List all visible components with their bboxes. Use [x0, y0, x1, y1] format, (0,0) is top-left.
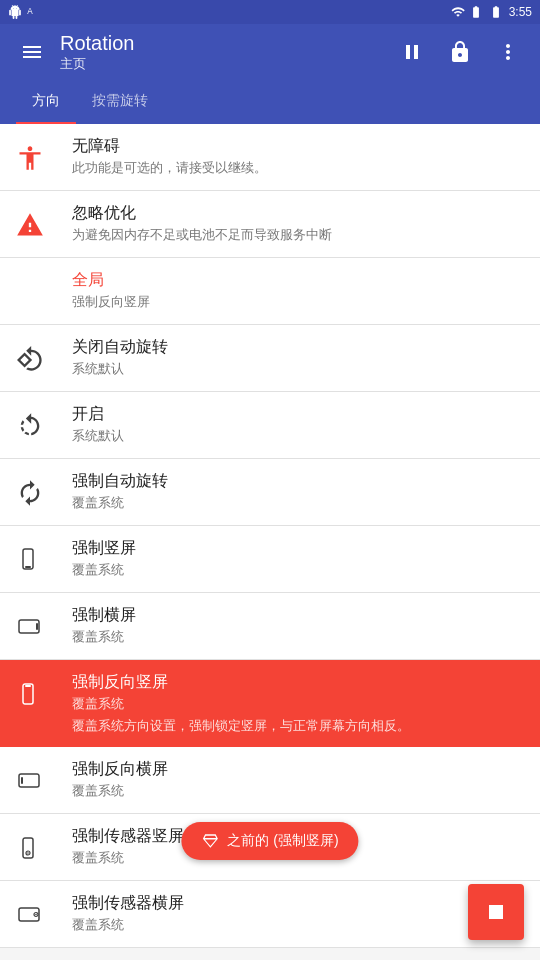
- list-item-force-portrait-title: 强制竖屏: [72, 538, 524, 559]
- reverse-portrait-icon: [16, 674, 56, 714]
- toast-button[interactable]: 之前的 (强制竖屏): [181, 822, 358, 860]
- sensor-portrait-icon: [16, 828, 56, 868]
- list-item-force-sensor-landscape-content: 强制传感器横屏 覆盖系统: [72, 893, 524, 934]
- lock-button[interactable]: [440, 32, 480, 72]
- list-item-enable-auto-rotate-subtitle: 系统默认: [72, 427, 524, 445]
- toolbar-actions: [392, 32, 528, 72]
- list-item-force-reverse-landscape-content: 强制反向横屏 覆盖系统: [72, 759, 524, 800]
- list-item-disable-auto-rotate[interactable]: 关闭自动旋转 系统默认: [0, 325, 540, 392]
- list-item-ignore-optimization-title: 忽略优化: [72, 203, 524, 224]
- toolbar: Rotation 主页: [0, 24, 540, 80]
- pause-button[interactable]: [392, 32, 432, 72]
- global-icon: [16, 272, 56, 312]
- svg-rect-2: [25, 566, 31, 568]
- list-item-force-reverse-portrait-subtitle: 覆盖系统: [72, 695, 524, 713]
- list-item-force-reverse-portrait-title: 强制反向竖屏: [72, 672, 524, 693]
- list-item-enable-auto-rotate[interactable]: 开启 系统默认: [0, 392, 540, 459]
- list-item-force-portrait-subtitle: 覆盖系统: [72, 561, 524, 579]
- app-name: Rotation: [60, 32, 392, 55]
- toast-button-label: 之前的 (强制竖屏): [227, 832, 338, 850]
- list-item-force-landscape-content: 强制横屏 覆盖系统: [72, 605, 524, 646]
- list-item-force-sensor-landscape-title: 强制传感器横屏: [72, 893, 524, 914]
- lock-icon: [448, 40, 472, 64]
- svg-rect-6: [25, 685, 31, 687]
- svg-point-11: [27, 852, 29, 854]
- menu-button[interactable]: [12, 40, 52, 64]
- list-item-ignore-optimization[interactable]: 忽略优化 为避免因内存不足或电池不足而导致服务中断: [0, 191, 540, 258]
- subtitle: 主页: [60, 55, 392, 73]
- wifi-icon: [451, 5, 465, 19]
- list-item-force-sensor-landscape-subtitle: 覆盖系统: [72, 916, 524, 934]
- rotate-off-icon: [16, 339, 56, 379]
- sensor-landscape-icon: [16, 895, 56, 935]
- list-item-accessibility-content: 无障碍 此功能是可选的，请接受以继续。: [72, 136, 524, 177]
- tab-on-demand[interactable]: 按需旋转: [76, 80, 164, 122]
- list-item-force-auto-rotate[interactable]: 强制自动旋转 覆盖系统: [0, 459, 540, 526]
- status-bar-left: A: [8, 5, 40, 19]
- list-item-ignore-optimization-content: 忽略优化 为避免因内存不足或电池不足而导致服务中断: [72, 203, 524, 244]
- list-item-force-landscape-title: 强制横屏: [72, 605, 524, 626]
- list-item-ignore-optimization-subtitle: 为避免因内存不足或电池不足而导致服务中断: [72, 226, 524, 244]
- list-item-force-reverse-portrait-content: 强制反向竖屏 覆盖系统 覆盖系统方向设置，强制锁定竖屏，与正常屏幕方向相反。: [72, 672, 524, 735]
- tabs: 方向 按需旋转: [0, 80, 540, 124]
- list-item-disable-auto-rotate-content: 关闭自动旋转 系统默认: [72, 337, 524, 378]
- landscape-icon: [16, 607, 56, 647]
- tab-direction[interactable]: 方向: [16, 80, 76, 122]
- list-item-force-landscape[interactable]: 强制横屏 覆盖系统: [0, 593, 540, 660]
- fab-stop-button[interactable]: [468, 884, 524, 940]
- more-button[interactable]: [488, 32, 528, 72]
- time: 3:55: [509, 5, 532, 19]
- list-item-enable-auto-rotate-title: 开启: [72, 404, 524, 425]
- svg-text:A: A: [27, 7, 33, 16]
- list-item-accessibility-subtitle: 此功能是可选的，请接受以继续。: [72, 159, 524, 177]
- list-item-accessibility-title: 无障碍: [72, 136, 524, 157]
- accessibility-icon: [16, 138, 56, 178]
- a-icon: A: [26, 5, 40, 19]
- list-item-global-content: 全局 强制反向竖屏: [72, 270, 524, 311]
- list-item-disable-auto-rotate-title: 关闭自动旋转: [72, 337, 524, 358]
- android-icon: [8, 5, 22, 19]
- list-item-force-auto-rotate-content: 强制自动旋转 覆盖系统: [72, 471, 524, 512]
- stop-icon: [482, 898, 510, 926]
- battery-icon: [487, 5, 505, 19]
- svg-rect-8: [21, 777, 23, 784]
- list-item-force-reverse-landscape-subtitle: 覆盖系统: [72, 782, 524, 800]
- list-item-global-title: 全局: [72, 270, 524, 291]
- more-icon: [496, 40, 520, 64]
- status-bar: A 3:55: [0, 0, 540, 24]
- svg-rect-4: [36, 623, 38, 630]
- svg-rect-15: [489, 905, 503, 919]
- list-item-force-auto-rotate-title: 强制自动旋转: [72, 471, 524, 492]
- list-item-force-portrait-content: 强制竖屏 覆盖系统: [72, 538, 524, 579]
- list-item-global[interactable]: 全局 强制反向竖屏: [0, 258, 540, 325]
- list-item-force-portrait[interactable]: 强制竖屏 覆盖系统: [0, 526, 540, 593]
- list-item-force-reverse-portrait-desc: 覆盖系统方向设置，强制锁定竖屏，与正常屏幕方向相反。: [72, 717, 524, 735]
- menu-icon: [20, 40, 44, 64]
- list-item-force-reverse-landscape-title: 强制反向横屏: [72, 759, 524, 780]
- status-bar-right: 3:55: [451, 5, 532, 19]
- warning-icon: [16, 205, 56, 245]
- toolbar-title: Rotation 主页: [60, 32, 392, 73]
- portrait-icon: [16, 540, 56, 580]
- pause-icon: [400, 40, 424, 64]
- svg-point-14: [35, 914, 37, 916]
- list-item-force-landscape-subtitle: 覆盖系统: [72, 628, 524, 646]
- list-item-force-reverse-portrait[interactable]: 强制反向竖屏 覆盖系统 覆盖系统方向设置，强制锁定竖屏，与正常屏幕方向相反。: [0, 660, 540, 747]
- diamond-icon: [201, 832, 219, 850]
- signal-icon: [469, 5, 483, 19]
- list-item-global-subtitle: 强制反向竖屏: [72, 293, 524, 311]
- auto-rotate-icon: [16, 473, 56, 513]
- list-item-accessibility[interactable]: 无障碍 此功能是可选的，请接受以继续。: [0, 124, 540, 191]
- list-item-force-reverse-landscape[interactable]: 强制反向横屏 覆盖系统: [0, 747, 540, 814]
- list-item-enable-auto-rotate-content: 开启 系统默认: [72, 404, 524, 445]
- list-item-force-auto-rotate-subtitle: 覆盖系统: [72, 494, 524, 512]
- list-item-disable-auto-rotate-subtitle: 系统默认: [72, 360, 524, 378]
- rotate-on-icon: [16, 406, 56, 446]
- reverse-landscape-icon: [16, 761, 56, 801]
- list-item-force-sensor-landscape[interactable]: 强制传感器横屏 覆盖系统: [0, 881, 540, 948]
